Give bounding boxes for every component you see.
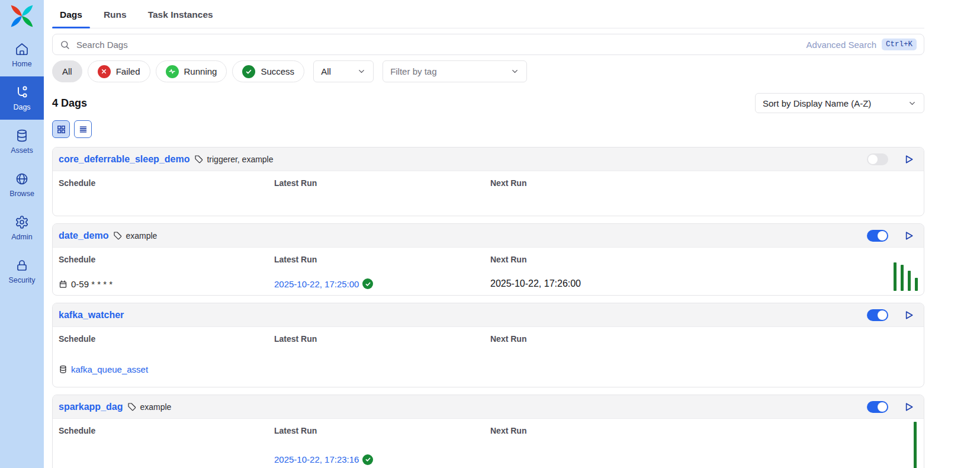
search-input[interactable]	[75, 39, 801, 50]
search-icon	[60, 40, 70, 50]
dag-count: 4 Dags	[52, 97, 87, 110]
card-view-button[interactable]	[52, 120, 70, 138]
shortcut-badge: Ctrl+K	[882, 39, 917, 50]
grid-view-icon	[56, 124, 66, 134]
next-run-text: 2025-10-22, 17:26:00	[490, 278, 581, 289]
sidebar-item-dags[interactable]: Dags	[0, 76, 44, 120]
dag-name-link[interactable]: date_demo	[59, 230, 108, 241]
dag-card-header: date_demo example	[53, 224, 924, 248]
tag-filter-select[interactable]: Filter by tag	[383, 60, 527, 82]
next-run-column-label: Next Run	[490, 426, 917, 444]
globe-icon	[15, 172, 29, 186]
advanced-search-link[interactable]: Advanced Search	[807, 40, 876, 50]
dag-card-body: Schedule Latest Run Next Run 2025-10-22,…	[53, 419, 924, 468]
lock-icon	[15, 258, 29, 273]
play-icon	[902, 230, 914, 242]
tab-dags[interactable]: Dags	[52, 5, 90, 28]
dag-tags-text: example	[126, 231, 157, 241]
gear-icon	[15, 215, 29, 229]
filter-label: All	[62, 66, 72, 76]
sidebar-item-browse[interactable]: Browse	[0, 163, 44, 206]
dag-card-header: sparkapp_dag example	[53, 395, 924, 419]
next-run-column-label: Next Run	[490, 178, 917, 216]
next-run-value: 2025-10-22, 17:26:00	[490, 277, 917, 291]
trigger-dag-button[interactable]	[902, 230, 914, 242]
chevron-down-icon	[357, 67, 366, 76]
filter-running-button[interactable]: Running	[156, 60, 227, 82]
filter-failed-button[interactable]: Failed	[88, 60, 150, 82]
dag-card-list: core_deferrable_sleep_demo triggerer, ex…	[52, 147, 924, 468]
dag-name-link[interactable]: kafka_watcher	[59, 310, 124, 320]
dag-tags: example	[127, 402, 171, 412]
chevron-down-icon	[908, 99, 917, 108]
dag-card-sparkapp-dag: sparkapp_dag example Schedule Latest Run…	[52, 395, 924, 468]
sidebar-item-assets[interactable]: Assets	[0, 120, 44, 163]
sort-value: Sort by Display Name (A-Z)	[763, 98, 871, 108]
tab-task-instances[interactable]: Task Instances	[140, 5, 221, 28]
filter-all-button[interactable]: All	[52, 60, 82, 82]
schedule-value: 0-59 * * * *	[59, 277, 274, 291]
sidebar-item-label: Dags	[13, 103, 30, 111]
dag-card-body: Schedule Latest Run Next Run 0-59 * * * …	[53, 248, 924, 295]
home-icon	[15, 42, 29, 56]
search-bar: Advanced Search Ctrl+K	[52, 34, 924, 55]
filter-label: Running	[184, 66, 217, 76]
list-header: 4 Dags Sort by Display Name (A-Z)	[52, 93, 924, 113]
dag-pause-toggle[interactable]	[867, 153, 888, 165]
dag-card-body: Schedule Latest Run Next Run	[53, 171, 924, 216]
paused-filter-select[interactable]: All	[313, 60, 374, 82]
dag-name-link[interactable]: sparkapp_dag	[59, 402, 123, 412]
airflow-logo[interactable]	[9, 4, 34, 28]
tag-icon	[127, 402, 137, 412]
main-content: Dags Runs Task Instances Advanced Search…	[44, 0, 980, 468]
failed-circle-icon	[98, 65, 111, 78]
dag-pause-toggle[interactable]	[867, 309, 888, 321]
latest-run-column-label: Latest Run	[274, 255, 490, 268]
dag-name-link[interactable]: core_deferrable_sleep_demo	[59, 154, 189, 165]
paused-filter-value: All	[321, 66, 331, 76]
dag-card-kafka-watcher: kafka_watcher Schedule Latest Run Next R…	[52, 303, 924, 387]
play-icon	[902, 401, 914, 413]
dag-tags-text: triggerer, example	[207, 155, 273, 164]
sidebar-item-security[interactable]: Security	[0, 249, 44, 293]
latest-run-link[interactable]: 2025-10-22, 17:25:00	[274, 279, 359, 289]
dag-card-header: core_deferrable_sleep_demo triggerer, ex…	[53, 148, 924, 171]
dag-pause-toggle[interactable]	[867, 401, 888, 413]
table-view-button[interactable]	[74, 120, 92, 138]
dag-tags-text: example	[140, 402, 171, 412]
play-icon	[902, 153, 914, 165]
filter-label: Success	[261, 66, 294, 76]
sidebar-item-admin[interactable]: Admin	[0, 206, 44, 249]
database-icon	[15, 129, 29, 143]
sort-select[interactable]: Sort by Display Name (A-Z)	[755, 93, 924, 113]
recent-runs-bar-chart[interactable]	[914, 422, 917, 468]
latest-run-column-label: Latest Run	[274, 178, 490, 216]
latest-run-link[interactable]: 2025-10-22, 17:23:16	[274, 454, 359, 464]
list-view-icon	[78, 124, 88, 134]
dag-tags: example	[113, 231, 157, 241]
schedule-column-label: Schedule	[59, 334, 274, 354]
schedule-cron-text: 0-59 * * * *	[71, 279, 113, 289]
latest-run-column-label: Latest Run	[274, 426, 490, 444]
tab-bar: Dags Runs Task Instances	[52, 0, 924, 28]
recent-runs-bar-chart[interactable]	[894, 262, 918, 291]
dag-pause-toggle[interactable]	[867, 230, 888, 242]
sidebar-item-home[interactable]: Home	[0, 33, 44, 76]
schedule-asset-link[interactable]: kafka_queue_asset	[71, 364, 148, 374]
running-circle-icon	[166, 65, 179, 78]
tab-runs[interactable]: Runs	[96, 5, 134, 28]
sidebar-item-label: Assets	[11, 146, 33, 155]
dag-card-core-deferrable-sleep-demo: core_deferrable_sleep_demo triggerer, ex…	[52, 147, 924, 216]
view-toggles	[52, 120, 924, 138]
trigger-dag-button[interactable]	[902, 153, 914, 165]
sidebar-item-label: Browse	[9, 190, 34, 198]
schedule-column-label: Schedule	[59, 178, 274, 216]
database-icon	[59, 365, 68, 374]
filter-success-button[interactable]: Success	[232, 60, 304, 82]
dag-card-body: Schedule Latest Run Next Run kafka_queue…	[53, 327, 924, 387]
trigger-dag-button[interactable]	[902, 401, 914, 413]
trigger-dag-button[interactable]	[902, 309, 914, 321]
calendar-icon	[59, 280, 68, 289]
sidebar-item-label: Home	[12, 60, 31, 68]
schedule-column-label: Schedule	[59, 426, 274, 444]
